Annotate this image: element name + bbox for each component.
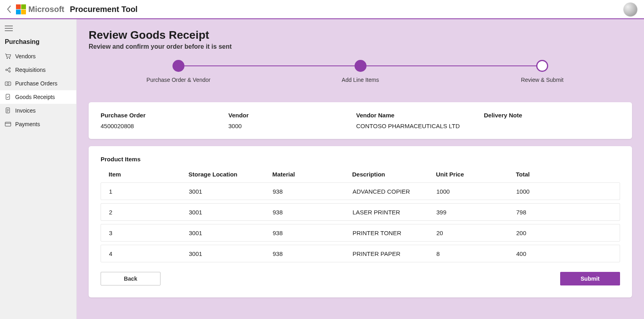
svg-point-0: [7, 58, 8, 59]
sidebar-item-label: Invoices: [15, 107, 36, 114]
cell-item: 3: [109, 230, 189, 236]
cell-total: 400: [516, 250, 612, 257]
purchase-order-label: Purchase Order: [101, 112, 228, 119]
col-total: Total: [516, 171, 612, 178]
cell-description: PRINTER PAPER: [353, 250, 436, 257]
microsoft-word: Microsoft: [28, 5, 64, 14]
app-title: Procurement Tool: [70, 5, 138, 14]
sidebar: Purchasing Vendors Requisitions Purchase…: [0, 19, 77, 319]
sidebar-item-invoices[interactable]: Invoices: [0, 104, 76, 117]
cell-item: 4: [109, 250, 189, 257]
step-dot-done-icon: [355, 60, 367, 72]
sidebar-item-label: Payments: [15, 121, 40, 127]
camera-icon: [5, 80, 11, 87]
cart-icon: [5, 53, 11, 59]
vendor-value: 3000: [228, 123, 356, 129]
cell-description: LASER PRINTER: [353, 209, 436, 216]
cell-unit-price: 8: [436, 250, 516, 257]
step-3: Review & Submit: [536, 60, 548, 83]
cell-storage: 3001: [189, 250, 273, 257]
share-icon: [5, 67, 11, 73]
page-title: Review Goods Receipt: [89, 29, 632, 42]
svg-point-6: [7, 83, 9, 85]
step-label: Add Line Items: [342, 77, 379, 83]
microsoft-logo-icon: [16, 4, 26, 14]
sidebar-nav: Vendors Requisitions Purchase Orders Goo…: [0, 50, 76, 131]
cell-unit-price: 20: [436, 230, 516, 236]
cell-material: 938: [273, 188, 353, 195]
cell-material: 938: [273, 250, 353, 257]
card-icon: [5, 121, 11, 127]
delivery-note-label: Delivery Note: [484, 112, 620, 119]
app-header: Microsoft Procurement Tool: [0, 0, 644, 19]
svg-rect-5: [5, 82, 11, 85]
step-dot-done-icon: [172, 60, 184, 72]
col-material: Material: [272, 171, 352, 178]
cell-description: PRINTER TONER: [353, 230, 436, 236]
user-avatar[interactable]: [623, 2, 638, 17]
cell-item: 1: [109, 188, 189, 195]
step-label: Review & Submit: [521, 77, 564, 83]
col-unit-price: Unit Price: [436, 171, 516, 178]
cell-total: 1000: [516, 188, 612, 195]
back-chevron-button[interactable]: [6, 5, 12, 13]
step-1: Purchase Order & Vendor: [172, 60, 184, 83]
sidebar-item-purchase-orders[interactable]: Purchase Orders: [0, 77, 76, 90]
items-section-title: Product Items: [101, 156, 620, 162]
sidebar-item-payments[interactable]: Payments: [0, 117, 76, 131]
cell-total: 798: [516, 209, 612, 216]
summary-card: Purchase Order 4500020808 Vendor 3000 Ve…: [89, 102, 632, 139]
back-button[interactable]: Back: [101, 272, 161, 285]
cell-unit-price: 399: [436, 209, 516, 216]
table-row: 4 3001 938 PRINTER PAPER 8 400: [101, 245, 620, 262]
submit-button-label: Submit: [581, 275, 599, 282]
col-item: Item: [109, 171, 188, 178]
svg-point-3: [9, 67, 10, 69]
step-2: Add Line Items: [355, 60, 367, 83]
items-header-row: Item Storage Location Material Descripti…: [101, 168, 620, 180]
cell-storage: 3001: [189, 209, 273, 216]
hamburger-icon: [5, 26, 13, 31]
progress-stepper: Purchase Order & Vendor Add Line Items R…: [89, 60, 632, 88]
hamburger-button[interactable]: [0, 24, 76, 37]
sidebar-item-goods-receipts[interactable]: Goods Receipts: [0, 90, 76, 104]
doc-icon: [5, 107, 11, 114]
sidebar-item-label: Requisitions: [15, 67, 46, 73]
sidebar-item-label: Vendors: [15, 53, 36, 59]
main-content: Review Goods Receipt Review and confirm …: [77, 19, 644, 319]
col-description: Description: [352, 171, 436, 178]
sidebar-item-vendors[interactable]: Vendors: [0, 50, 76, 63]
vendor-name-label: Vendor Name: [356, 112, 484, 119]
items-card: Product Items Item Storage Location Mate…: [89, 146, 632, 297]
cell-storage: 3001: [189, 230, 273, 236]
cell-total: 200: [516, 230, 612, 236]
table-row: 3 3001 938 PRINTER TONER 20 200: [101, 224, 620, 242]
cell-material: 938: [273, 209, 353, 216]
cell-material: 938: [273, 230, 353, 236]
vendor-name-value: CONTOSO PHARMACEUTICALS LTD: [356, 123, 484, 129]
step-dot-current-icon: [536, 60, 548, 72]
sidebar-group-title: Purchasing: [0, 37, 76, 50]
svg-point-1: [9, 58, 10, 59]
sidebar-item-requisitions[interactable]: Requisitions: [0, 63, 76, 77]
cell-storage: 3001: [189, 188, 273, 195]
svg-rect-7: [6, 94, 10, 99]
step-label: Purchase Order & Vendor: [147, 77, 210, 83]
chevron-left-icon: [6, 5, 12, 13]
svg-rect-9: [5, 122, 11, 126]
table-row: 1 3001 938 ADVANCED COPIER 1000 1000: [101, 182, 620, 200]
purchase-order-value: 4500020808: [101, 123, 228, 129]
action-bar: Back Submit: [101, 272, 620, 285]
svg-point-2: [6, 69, 7, 71]
sidebar-item-label: Purchase Orders: [15, 80, 57, 87]
vendor-label: Vendor: [228, 112, 356, 119]
sidebar-item-label: Goods Receipts: [15, 94, 55, 100]
doc-check-icon: [5, 94, 11, 100]
svg-point-4: [9, 71, 10, 72]
cell-description: ADVANCED COPIER: [353, 188, 436, 195]
page-subtitle: Review and confirm your order before it …: [89, 43, 632, 50]
cell-unit-price: 1000: [436, 188, 516, 195]
submit-button[interactable]: Submit: [560, 272, 620, 285]
cell-item: 2: [109, 209, 189, 216]
table-row: 2 3001 938 LASER PRINTER 399 798: [101, 203, 620, 221]
